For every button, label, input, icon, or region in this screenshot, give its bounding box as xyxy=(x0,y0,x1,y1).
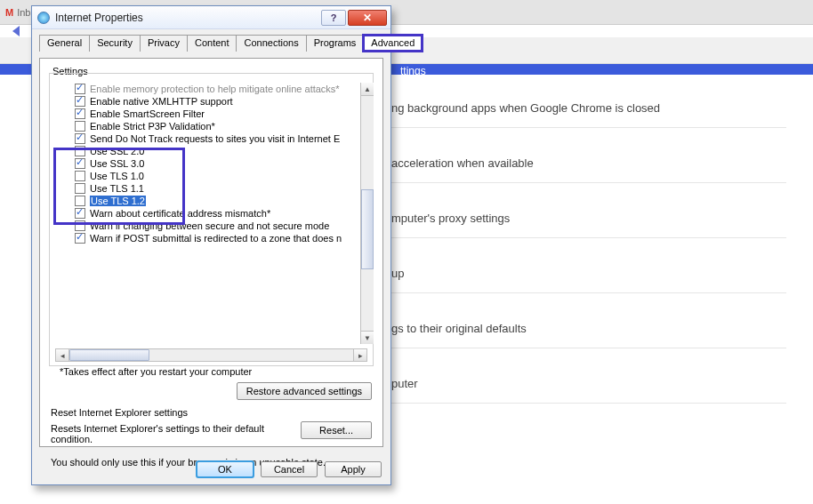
checkbox[interactable] xyxy=(75,158,85,169)
tab-connections[interactable]: Connections xyxy=(236,35,306,52)
scroll-down-icon[interactable]: ▼ xyxy=(361,331,374,344)
checkbox[interactable] xyxy=(75,84,85,94)
checkbox[interactable] xyxy=(75,96,85,107)
setting-row[interactable]: gs to their original defaults xyxy=(391,309,786,348)
scroll-track[interactable] xyxy=(69,349,353,361)
setting-label: Use TLS 1.2 xyxy=(90,196,146,206)
setting-item[interactable]: Use SSL 3.0 xyxy=(55,157,367,170)
reset-group: Reset Internet Explorer settings Resets … xyxy=(51,407,372,468)
reset-group-label: Reset Internet Explorer settings xyxy=(51,407,372,418)
reset-button[interactable]: Reset... xyxy=(301,421,372,439)
tab-content[interactable]: Content xyxy=(187,35,237,52)
setting-label: Use TLS 1.0 xyxy=(90,171,144,181)
advanced-tab-panel: Settings Enable memory protection to hel… xyxy=(39,58,383,447)
dialog-tabs: General Security Privacy Content Connect… xyxy=(39,35,387,52)
setting-label: Enable SmartScreen Filter xyxy=(90,108,205,119)
setting-item[interactable]: Use SSL 2.0 xyxy=(55,145,367,157)
settings-listbox-group: Enable memory protection to help mitigat… xyxy=(49,73,374,366)
restore-advanced-button[interactable]: Restore advanced settings xyxy=(237,382,372,400)
checkbox[interactable] xyxy=(75,208,85,219)
tab-security[interactable]: Security xyxy=(89,35,141,52)
dialog-button-row: OK Cancel Apply xyxy=(197,461,382,477)
setting-item[interactable]: Use TLS 1.2 xyxy=(55,195,367,207)
restart-note: *Takes effect after you restart your com… xyxy=(60,366,252,377)
help-button[interactable]: ? xyxy=(321,10,346,26)
checkbox[interactable] xyxy=(75,196,85,206)
dialog-title: Internet Properties xyxy=(55,12,319,24)
checkbox[interactable] xyxy=(75,146,85,156)
cancel-button[interactable]: Cancel xyxy=(261,461,318,477)
close-icon: ✕ xyxy=(363,12,372,24)
setting-row[interactable]: acceleration when available xyxy=(391,144,786,183)
checkbox[interactable] xyxy=(75,121,85,132)
checkbox[interactable] xyxy=(75,183,85,194)
tab-advanced[interactable]: Advanced xyxy=(363,35,423,52)
vertical-scrollbar[interactable]: ▲ ▼ xyxy=(360,83,374,344)
back-icon[interactable] xyxy=(12,26,20,36)
setting-label: Enable native XMLHTTP support xyxy=(90,96,233,107)
checkbox[interactable] xyxy=(75,233,85,244)
setting-row[interactable]: puter xyxy=(391,364,786,404)
close-button[interactable]: ✕ xyxy=(348,10,387,26)
setting-item[interactable]: Enable SmartScreen Filter xyxy=(55,108,367,120)
gmail-m-icon: M xyxy=(5,7,13,18)
setting-item[interactable]: Enable native XMLHTTP support xyxy=(55,95,367,108)
checkbox[interactable] xyxy=(75,133,85,144)
settings-list[interactable]: Enable memory protection to help mitigat… xyxy=(55,83,367,344)
setting-item[interactable]: Use TLS 1.0 xyxy=(55,170,367,182)
setting-item[interactable]: Warn about certificate address mismatch* xyxy=(55,207,367,220)
setting-label: Send Do Not Track requests to sites you … xyxy=(90,133,340,144)
scroll-right-icon[interactable]: ▸ xyxy=(353,349,366,361)
setting-label: Enable Strict P3P Validation* xyxy=(90,121,215,132)
tab-privacy[interactable]: Privacy xyxy=(140,35,188,52)
tab-programs[interactable]: Programs xyxy=(306,35,365,52)
setting-label: Use SSL 2.0 xyxy=(90,146,144,156)
setting-item[interactable]: Send Do Not Track requests to sites you … xyxy=(55,132,367,145)
scroll-left-icon[interactable]: ◂ xyxy=(56,349,69,361)
setting-label: Warn if changing between secure and not … xyxy=(90,220,329,231)
apply-button[interactable]: Apply xyxy=(325,461,382,477)
setting-row[interactable]: ng background apps when Google Chrome is… xyxy=(391,89,786,128)
setting-label: Warn if POST submittal is redirected to … xyxy=(90,233,342,244)
tab-general[interactable]: General xyxy=(39,35,90,52)
ok-button[interactable]: OK xyxy=(197,461,254,477)
setting-label: Use SSL 3.0 xyxy=(90,158,144,169)
scroll-up-icon[interactable]: ▲ xyxy=(361,83,374,96)
setting-item[interactable]: Enable memory protection to help mitigat… xyxy=(55,83,367,95)
setting-item[interactable]: Enable Strict P3P Validation* xyxy=(55,120,367,132)
setting-row[interactable]: mputer's proxy settings xyxy=(391,199,786,238)
reset-description: Resets Internet Explorer's settings to t… xyxy=(51,423,264,444)
internet-properties-dialog: Internet Properties ? ✕ General Security… xyxy=(31,5,391,485)
globe-icon xyxy=(37,12,50,24)
setting-item[interactable]: Warn if changing between secure and not … xyxy=(55,220,367,232)
scroll-thumb[interactable] xyxy=(69,349,149,361)
setting-label: Use TLS 1.1 xyxy=(90,183,144,194)
dialog-titlebar[interactable]: Internet Properties ? ✕ xyxy=(32,6,390,29)
checkbox[interactable] xyxy=(75,220,85,231)
scroll-thumb[interactable] xyxy=(361,189,374,269)
setting-item[interactable]: Use TLS 1.1 xyxy=(55,182,367,195)
chrome-settings-list: ng background apps when Google Chrome is… xyxy=(391,89,786,404)
setting-label: Enable memory protection to help mitigat… xyxy=(90,84,340,94)
horizontal-scrollbar[interactable]: ◂ ▸ xyxy=(55,348,367,362)
setting-item[interactable]: Warn if POST submittal is redirected to … xyxy=(55,232,367,244)
setting-label: Warn about certificate address mismatch* xyxy=(90,208,270,219)
setting-row[interactable]: up xyxy=(391,254,786,293)
checkbox[interactable] xyxy=(75,171,85,181)
checkbox[interactable] xyxy=(75,108,85,119)
